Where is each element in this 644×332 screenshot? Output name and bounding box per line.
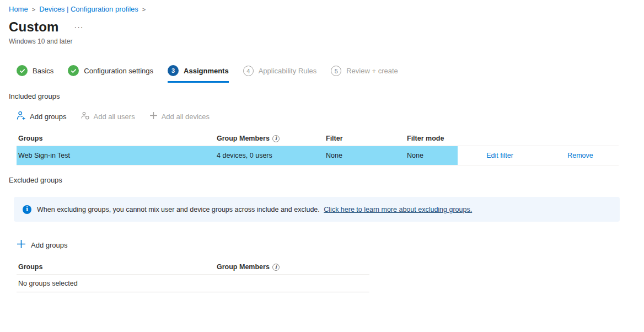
cell-filter: None bbox=[324, 146, 405, 165]
tab-label: Configuration settings bbox=[84, 67, 153, 75]
step-number-icon: 4 bbox=[243, 66, 254, 76]
info-banner: i When excluding groups, you cannot mix … bbox=[14, 197, 620, 222]
breadcrumb-home-link[interactable]: Home bbox=[9, 5, 28, 13]
page-title: Custom bbox=[9, 19, 59, 35]
add-all-users-button[interactable]: Add all users bbox=[81, 111, 135, 122]
empty-row: No groups selected bbox=[17, 275, 369, 292]
column-header-filter-mode: Filter mode bbox=[405, 135, 458, 142]
breadcrumb-separator: > bbox=[142, 6, 146, 13]
column-header-groups: Groups bbox=[17, 263, 215, 271]
breadcrumb-config-profiles-link[interactable]: Devices | Configuration profiles bbox=[39, 5, 138, 13]
wizard-steps: Basics Configuration settings 3 Assignme… bbox=[17, 65, 644, 83]
banner-text: When excluding groups, you cannot mix us… bbox=[37, 206, 472, 213]
tab-label: Applicability Rules bbox=[259, 67, 317, 75]
check-icon bbox=[68, 65, 79, 76]
column-label: Filter bbox=[326, 135, 343, 142]
column-header-filter: Filter bbox=[324, 135, 405, 142]
banner-message: When excluding groups, you cannot mix us… bbox=[37, 206, 320, 213]
included-groups-heading: Included groups bbox=[9, 92, 644, 100]
breadcrumb-separator: > bbox=[32, 6, 35, 13]
plus-icon bbox=[17, 239, 26, 250]
add-groups-button[interactable]: Add groups bbox=[17, 111, 67, 122]
empty-state-text: No groups selected bbox=[17, 275, 215, 292]
column-label: Filter mode bbox=[407, 135, 444, 142]
breadcrumb: Home > Devices | Configuration profiles … bbox=[0, 0, 644, 13]
table-header-row: Groups Group Members i bbox=[17, 260, 369, 275]
column-label: Group Members bbox=[217, 135, 270, 142]
column-header-groups: Groups bbox=[17, 135, 215, 142]
tab-assignments[interactable]: 3 Assignments bbox=[168, 65, 229, 83]
command-label: Add groups bbox=[31, 241, 68, 249]
check-icon bbox=[17, 65, 28, 76]
column-label: Groups bbox=[18, 135, 42, 142]
tab-label: Review + create bbox=[346, 67, 398, 75]
table-row[interactable]: Web Sign-in Test 4 devices, 0 users None… bbox=[17, 146, 619, 165]
tab-basics[interactable]: Basics bbox=[17, 65, 53, 83]
person-add-icon bbox=[17, 111, 26, 122]
excluded-groups-table: Groups Group Members i No groups selecte… bbox=[17, 260, 369, 292]
tab-review-create: 5 Review + create bbox=[331, 66, 398, 83]
excluded-add-groups-button[interactable]: Add groups bbox=[17, 239, 644, 250]
more-options-icon[interactable]: ··· bbox=[74, 23, 84, 31]
excluding-groups-learn-more-link[interactable]: Click here to learn more about excluding… bbox=[324, 206, 472, 213]
edit-filter-link[interactable]: Edit filter bbox=[486, 152, 513, 159]
command-label: Add all devices bbox=[162, 113, 210, 121]
tab-label: Assignments bbox=[184, 67, 229, 75]
tab-applicability-rules: 4 Applicability Rules bbox=[243, 66, 317, 83]
column-header-group-members: Group Members i bbox=[215, 135, 324, 142]
tab-configuration-settings[interactable]: Configuration settings bbox=[68, 65, 153, 83]
included-commandbar: Add groups Add all users Add all devices bbox=[17, 111, 644, 122]
cell-remove: Remove bbox=[540, 146, 619, 165]
column-label: Groups bbox=[18, 263, 42, 271]
info-icon[interactable]: i bbox=[272, 264, 280, 271]
column-header-group-members: Group Members i bbox=[215, 263, 369, 271]
page-subtitle: Windows 10 and later bbox=[0, 38, 644, 45]
table-header-row: Groups Group Members i Filter Filter mod… bbox=[17, 131, 619, 146]
add-all-devices-button[interactable]: Add all devices bbox=[149, 111, 210, 121]
cell-edit-filter: Edit filter bbox=[458, 146, 540, 165]
step-number-icon: 3 bbox=[168, 65, 179, 76]
remove-link[interactable]: Remove bbox=[567, 152, 593, 159]
info-icon[interactable]: i bbox=[272, 135, 280, 142]
people-icon bbox=[81, 111, 90, 122]
command-label: Add groups bbox=[30, 113, 67, 121]
cell-spacer bbox=[215, 275, 369, 292]
included-groups-table: Groups Group Members i Filter Filter mod… bbox=[17, 131, 619, 165]
info-icon: i bbox=[23, 205, 31, 214]
tab-label: Basics bbox=[33, 67, 53, 75]
excluded-groups-heading: Excluded groups bbox=[9, 176, 644, 184]
command-label: Add all users bbox=[94, 113, 135, 121]
column-label: Group Members bbox=[217, 263, 270, 271]
step-number-icon: 5 bbox=[331, 66, 341, 76]
cell-group-name: Web Sign-in Test bbox=[17, 146, 215, 165]
cell-filter-mode: None bbox=[405, 146, 458, 165]
plus-icon bbox=[149, 111, 158, 121]
cell-group-members: 4 devices, 0 users bbox=[215, 146, 324, 165]
